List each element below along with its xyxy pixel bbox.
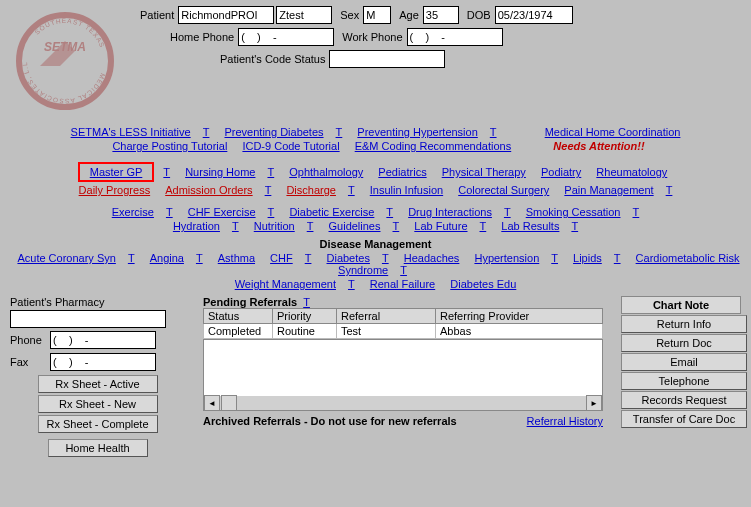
link-exercise[interactable]: Exercise — [112, 206, 154, 218]
link-em-coding[interactable]: E&M Coding Recommendations — [355, 140, 512, 152]
link-admission-orders[interactable]: Admission Orders — [165, 184, 252, 196]
t-icon[interactable]: T — [614, 252, 621, 264]
pharmacy-name[interactable] — [10, 310, 166, 328]
patient-last[interactable] — [178, 6, 274, 24]
link-lab-results[interactable]: Lab Results — [501, 220, 559, 232]
t-icon[interactable]: T — [382, 252, 389, 264]
t-icon[interactable]: T — [307, 220, 314, 232]
t-icon[interactable]: T — [232, 220, 239, 232]
t-icon[interactable]: T — [571, 220, 578, 232]
t-icon[interactable]: T — [386, 206, 393, 218]
link-weight-management[interactable]: Weight Management — [235, 278, 336, 290]
link-pediatrics[interactable]: Pediatrics — [378, 166, 426, 178]
link-rheumatology[interactable]: Rheumatology — [596, 166, 667, 178]
rx-sheet-active-button[interactable]: Rx Sheet - Active — [38, 375, 158, 393]
link-preventing-hypertension[interactable]: Preventing Hypertension — [357, 126, 477, 138]
return-doc-button[interactable]: Return Doc — [621, 334, 747, 352]
t-icon[interactable]: T — [348, 184, 355, 196]
t-icon[interactable]: T — [268, 206, 275, 218]
email-button[interactable]: Email — [621, 353, 747, 371]
link-diabetes[interactable]: Diabetes — [327, 252, 370, 264]
link-discharge[interactable]: Discharge — [286, 184, 336, 196]
link-chf-exercise[interactable]: CHF Exercise — [188, 206, 256, 218]
home-phone-field[interactable] — [238, 28, 334, 46]
rx-sheet-new-button[interactable]: Rx Sheet - New — [38, 395, 158, 413]
sex-field[interactable] — [363, 6, 391, 24]
col-provider: Referring Provider — [436, 309, 603, 324]
t-icon[interactable]: T — [163, 166, 170, 178]
t-icon[interactable]: T — [490, 126, 497, 138]
link-guidelines[interactable]: Guidelines — [329, 220, 381, 232]
link-medical-home[interactable]: Medical Home Coordination — [545, 126, 681, 138]
telephone-button[interactable]: Telephone — [621, 372, 747, 390]
t-icon[interactable]: T — [303, 296, 310, 308]
t-icon[interactable]: T — [336, 126, 343, 138]
link-charge-posting[interactable]: Charge Posting Tutorial — [112, 140, 227, 152]
link-hypertension[interactable]: Hypertension — [474, 252, 539, 264]
link-smoking-cessation[interactable]: Smoking Cessation — [526, 206, 621, 218]
transfer-of-care-button[interactable]: Transfer of Care Doc — [621, 410, 747, 428]
link-asthma[interactable]: Asthma — [218, 252, 255, 264]
link-podiatry[interactable]: Podiatry — [541, 166, 581, 178]
t-icon[interactable]: T — [551, 252, 558, 264]
col-priority: Priority — [273, 309, 337, 324]
records-request-button[interactable]: Records Request — [621, 391, 747, 409]
link-lab-future[interactable]: Lab Future — [414, 220, 467, 232]
link-daily-progress[interactable]: Daily Progress — [79, 184, 151, 196]
link-nutrition[interactable]: Nutrition — [254, 220, 295, 232]
dob-field[interactable] — [495, 6, 573, 24]
home-health-button[interactable]: Home Health — [48, 439, 148, 457]
scroll-thumb[interactable] — [221, 395, 237, 411]
t-icon[interactable]: T — [128, 252, 135, 264]
age-field[interactable] — [423, 6, 459, 24]
return-info-button[interactable]: Return Info — [621, 315, 747, 333]
link-less-initiative[interactable]: SETMA's LESS Initiative — [71, 126, 191, 138]
referrals-scroll-area[interactable]: ◄ ► — [203, 339, 603, 411]
link-drug-interactions[interactable]: Drug Interactions — [408, 206, 492, 218]
link-referral-history[interactable]: Referral History — [527, 415, 603, 427]
t-icon[interactable]: T — [666, 184, 673, 196]
pharmacy-fax-label: Fax — [10, 356, 50, 368]
t-icon[interactable]: T — [203, 126, 210, 138]
pharmacy-fax[interactable] — [50, 353, 156, 371]
link-nursing-home[interactable]: Nursing Home — [185, 166, 255, 178]
t-icon[interactable]: T — [267, 166, 274, 178]
work-phone-field[interactable] — [407, 28, 503, 46]
pharmacy-title: Patient's Pharmacy — [10, 296, 185, 308]
link-pain-management[interactable]: Pain Management — [564, 184, 653, 196]
link-chf[interactable]: CHF — [270, 252, 293, 264]
code-status-field[interactable] — [329, 50, 445, 68]
t-icon[interactable]: T — [393, 220, 400, 232]
table-row[interactable]: Completed Routine Test Abbas — [204, 324, 603, 339]
patient-first[interactable] — [276, 6, 332, 24]
pharmacy-phone[interactable] — [50, 331, 156, 349]
link-physical-therapy[interactable]: Physical Therapy — [442, 166, 526, 178]
scroll-left-button[interactable]: ◄ — [204, 395, 220, 411]
link-hydration[interactable]: Hydration — [173, 220, 220, 232]
disease-management-title: Disease Management — [0, 238, 751, 250]
t-icon[interactable]: T — [633, 206, 640, 218]
link-lipids[interactable]: Lipids — [573, 252, 602, 264]
t-icon[interactable]: T — [504, 206, 511, 218]
scroll-right-button[interactable]: ► — [586, 395, 602, 411]
t-icon[interactable]: T — [265, 184, 272, 196]
t-icon[interactable]: T — [400, 264, 407, 276]
link-master-gp[interactable]: Master GP — [90, 166, 143, 178]
link-preventing-diabetes[interactable]: Preventing Diabetes — [224, 126, 323, 138]
link-renal-failure[interactable]: Renal Failure — [370, 278, 435, 290]
link-angina[interactable]: Angina — [150, 252, 184, 264]
link-diabetic-exercise[interactable]: Diabetic Exercise — [289, 206, 374, 218]
t-icon[interactable]: T — [166, 206, 173, 218]
link-diabetes-edu[interactable]: Diabetes Edu — [450, 278, 516, 290]
link-acute-coronary[interactable]: Acute Coronary Syn — [17, 252, 115, 264]
link-headaches[interactable]: Headaches — [404, 252, 460, 264]
t-icon[interactable]: T — [480, 220, 487, 232]
link-icd9[interactable]: ICD-9 Code Tutorial — [242, 140, 339, 152]
link-colorectal-surgery[interactable]: Colorectal Surgery — [458, 184, 549, 196]
rx-sheet-complete-button[interactable]: Rx Sheet - Complete — [38, 415, 158, 433]
t-icon[interactable]: T — [196, 252, 203, 264]
link-ophthalmology[interactable]: Ophthalmology — [289, 166, 363, 178]
link-insulin-infusion[interactable]: Insulin Infusion — [370, 184, 443, 196]
t-icon[interactable]: T — [305, 252, 312, 264]
t-icon[interactable]: T — [348, 278, 355, 290]
